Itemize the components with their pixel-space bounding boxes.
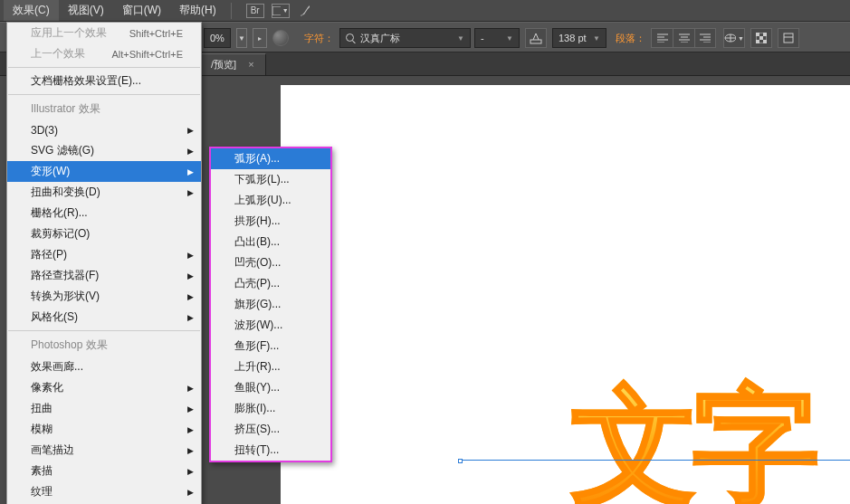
document-tab[interactable]: /预览] × bbox=[199, 53, 266, 75]
menu-raster-settings[interactable]: 文档栅格效果设置(E)... bbox=[7, 71, 201, 91]
close-icon[interactable]: × bbox=[248, 59, 253, 70]
menu-blur[interactable]: 模糊▶ bbox=[7, 419, 201, 440]
menu-effect-gallery[interactable]: 效果画廊... bbox=[7, 357, 201, 377]
menu-sketch[interactable]: 素描▶ bbox=[7, 461, 201, 481]
submenu-fisheye[interactable]: 鱼眼(Y)... bbox=[211, 377, 330, 398]
globe-icon[interactable] bbox=[272, 30, 289, 46]
menu-last-effect[interactable]: 上一个效果 Alt+Shift+Ctrl+E bbox=[7, 43, 201, 64]
menubar: 效果(C) 视图(V) 窗口(W) 帮助(H) Br ▼ bbox=[0, 0, 850, 22]
menu-label: 凸出(B)... bbox=[234, 234, 280, 250]
menu-distort-transform[interactable]: 扭曲和变换(D)▶ bbox=[7, 182, 201, 203]
zoom-dropdown[interactable]: ▼ bbox=[236, 28, 247, 48]
artboard[interactable]: 文字 bbox=[281, 85, 850, 504]
submenu-arc-lower[interactable]: 下弧形(L)... bbox=[211, 169, 330, 190]
submenu-wave[interactable]: 波形(W)... bbox=[211, 315, 330, 336]
font-size-field[interactable]: 138 pt▼ bbox=[552, 28, 606, 48]
separator bbox=[8, 94, 200, 95]
panel-button[interactable] bbox=[778, 28, 799, 48]
opacity-glyph-icon bbox=[756, 33, 767, 43]
menu-stylize-ai[interactable]: 风格化(S)▶ bbox=[7, 307, 201, 328]
selection-handle[interactable] bbox=[458, 459, 463, 463]
layout-icon[interactable]: ▼ bbox=[272, 4, 290, 18]
chevron-down-icon: ▼ bbox=[282, 7, 289, 14]
submenu-fish[interactable]: 鱼形(F)... bbox=[211, 336, 330, 357]
submenu-arc[interactable]: 弧形(A)... bbox=[211, 148, 330, 169]
submenu-arrow-icon: ▶ bbox=[187, 313, 194, 322]
layout-glyph-icon bbox=[272, 6, 281, 15]
menu-window[interactable]: 窗口(W) bbox=[113, 0, 170, 21]
svg-rect-22 bbox=[756, 40, 759, 43]
menu-header-ai: Illustrator 效果 bbox=[7, 98, 201, 120]
menu-rasterize[interactable]: 栅格化(R)... bbox=[7, 203, 201, 223]
menu-warp[interactable]: 变形(W)▶ bbox=[7, 161, 201, 182]
align-left-button[interactable] bbox=[651, 28, 673, 48]
svg-rect-2 bbox=[530, 40, 541, 43]
menu-label: 应用上一个效果 bbox=[31, 25, 107, 41]
submenu-arch[interactable]: 拱形(H)... bbox=[211, 211, 330, 232]
menu-apply-last-effect[interactable]: 应用上一个效果 Shift+Ctrl+E bbox=[7, 23, 201, 43]
menu-label: 转换为形状(V) bbox=[31, 289, 100, 304]
menu-label: 扭转(T)... bbox=[234, 442, 279, 458]
menu-label: 栅格化(R)... bbox=[31, 205, 88, 221]
effects-menu: 应用上一个效果 Shift+Ctrl+E 上一个效果 Alt+Shift+Ctr… bbox=[6, 22, 202, 504]
menu-label: 模糊 bbox=[31, 422, 53, 437]
submenu-arrow-icon: ▶ bbox=[187, 147, 194, 156]
menu-convert-shape[interactable]: 转换为形状(V)▶ bbox=[7, 286, 201, 307]
menu-label: 风格化(S) bbox=[31, 309, 78, 325]
zoom-field[interactable]: 0% bbox=[204, 28, 231, 48]
menu-pixelate[interactable]: 像素化▶ bbox=[7, 377, 201, 398]
shortcut-label: Alt+Shift+Ctrl+E bbox=[90, 49, 183, 60]
align-center-button[interactable] bbox=[673, 28, 694, 48]
menu-brush-strokes[interactable]: 画笔描边▶ bbox=[7, 440, 201, 461]
menu-svg-filter[interactable]: SVG 滤镜(G)▶ bbox=[7, 140, 201, 161]
menu-distort-ps[interactable]: 扭曲▶ bbox=[7, 398, 201, 419]
menu-crop-marks[interactable]: 裁剪标记(O) bbox=[7, 223, 201, 244]
menu-view[interactable]: 视图(V) bbox=[59, 0, 113, 21]
rocket-glyph-icon bbox=[299, 4, 313, 18]
menu-label: 路径查找器(F) bbox=[31, 268, 99, 283]
shortcut-label: Shift+Ctrl+E bbox=[108, 28, 183, 39]
touch-type-icon[interactable] bbox=[525, 28, 547, 48]
submenu-arrow-icon: ▶ bbox=[187, 425, 194, 434]
menu-effects[interactable]: 效果(C) bbox=[4, 0, 59, 21]
menu-label: 裁剪标记(O) bbox=[31, 226, 90, 242]
menu-label: 膨胀(I)... bbox=[234, 401, 275, 416]
menu-texture[interactable]: 纹理▶ bbox=[7, 481, 201, 502]
menu-3d[interactable]: 3D(3)▶ bbox=[7, 120, 201, 140]
svg-rect-24 bbox=[784, 33, 793, 43]
font-style-field[interactable]: -▼ bbox=[474, 28, 520, 48]
opacity-button[interactable] bbox=[750, 28, 772, 48]
submenu-arrow-icon: ▶ bbox=[187, 188, 194, 197]
submenu-squeeze[interactable]: 挤压(S)... bbox=[211, 419, 330, 440]
bridge-icon[interactable]: Br bbox=[246, 4, 264, 18]
submenu-bulge[interactable]: 凸出(B)... bbox=[211, 232, 330, 252]
menu-header-ps: Photoshop 效果 bbox=[7, 334, 201, 357]
submenu-flag[interactable]: 旗形(G)... bbox=[211, 294, 330, 315]
rocket-icon[interactable] bbox=[297, 4, 315, 18]
align-right-button[interactable] bbox=[694, 28, 716, 48]
zoom-value: 0% bbox=[210, 33, 224, 43]
menu-pathfinder[interactable]: 路径查找器(F)▶ bbox=[7, 265, 201, 286]
menu-label: 像素化 bbox=[31, 380, 63, 395]
menu-label: 旗形(G)... bbox=[234, 297, 281, 312]
menu-label: 下弧形(L)... bbox=[234, 172, 290, 187]
text-object[interactable]: 文字 bbox=[571, 383, 814, 504]
submenu-arrow-icon: ▶ bbox=[187, 467, 194, 476]
submenu-rise[interactable]: 上升(R)... bbox=[211, 357, 330, 377]
submenu-shell-upper[interactable]: 凸壳(P)... bbox=[211, 273, 330, 294]
menu-label: 上一个效果 bbox=[31, 46, 85, 62]
warp-options-button[interactable]: ▼ bbox=[723, 28, 745, 48]
menu-label: 扭曲和变换(D) bbox=[31, 185, 100, 200]
submenu-shell-lower[interactable]: 凹壳(O)... bbox=[211, 252, 330, 273]
font-family-field[interactable]: 汉真广标 ▼ bbox=[339, 28, 471, 48]
menu-label: 挤压(S)... bbox=[234, 422, 280, 437]
dropdown-arrow[interactable]: ▸ bbox=[253, 28, 267, 48]
chevron-down-icon: ▼ bbox=[738, 35, 744, 42]
menu-help[interactable]: 帮助(H) bbox=[170, 0, 225, 21]
baseline-indicator bbox=[461, 460, 850, 461]
svg-rect-21 bbox=[759, 36, 763, 40]
submenu-arc-upper[interactable]: 上弧形(U)... bbox=[211, 190, 330, 211]
submenu-twist[interactable]: 扭转(T)... bbox=[211, 440, 330, 461]
submenu-inflate[interactable]: 膨胀(I)... bbox=[211, 398, 330, 419]
menu-path[interactable]: 路径(P)▶ bbox=[7, 244, 201, 265]
